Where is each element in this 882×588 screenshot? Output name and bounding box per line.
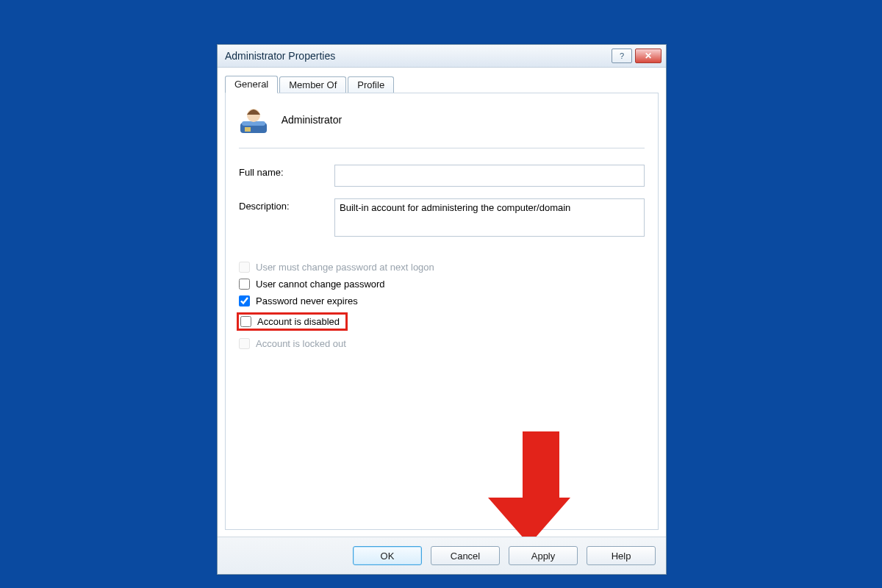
tab-panel-general: Administrator Full name: Description: Us… bbox=[225, 93, 659, 530]
full-name-input[interactable] bbox=[334, 165, 645, 187]
svg-rect-3 bbox=[245, 127, 251, 132]
window-title: Administrator Properties bbox=[225, 50, 609, 62]
check-must-change: User must change password at next logon bbox=[239, 262, 645, 273]
check-must-change-box bbox=[239, 262, 250, 273]
titlebar[interactable]: Administrator Properties ? ✕ bbox=[218, 45, 666, 68]
check-cannot-change[interactable]: User cannot change password bbox=[239, 279, 645, 290]
user-icon bbox=[239, 105, 268, 135]
ok-button[interactable]: OK bbox=[353, 546, 422, 565]
close-button[interactable]: ✕ bbox=[635, 49, 662, 63]
cancel-button[interactable]: Cancel bbox=[431, 546, 500, 565]
check-must-change-label: User must change password at next logon bbox=[256, 262, 434, 273]
check-cannot-change-box[interactable] bbox=[239, 279, 250, 290]
check-locked-out: Account is locked out bbox=[239, 338, 645, 349]
help-button-footer[interactable]: Help bbox=[587, 546, 656, 565]
apply-button[interactable]: Apply bbox=[509, 546, 578, 565]
help-button[interactable]: ? bbox=[612, 49, 632, 63]
check-locked-out-label: Account is locked out bbox=[256, 338, 346, 349]
account-name: Administrator bbox=[282, 114, 342, 126]
question-icon: ? bbox=[620, 51, 624, 60]
check-never-expires[interactable]: Password never expires bbox=[239, 295, 645, 306]
close-icon: ✕ bbox=[645, 51, 652, 61]
arrow-down-icon bbox=[511, 431, 570, 545]
row-description: Description: bbox=[239, 198, 645, 237]
check-account-disabled[interactable]: Account is disabled bbox=[240, 316, 340, 327]
tab-profile[interactable]: Profile bbox=[348, 76, 394, 93]
divider bbox=[239, 148, 645, 148]
check-account-disabled-box[interactable] bbox=[240, 316, 251, 327]
full-name-label: Full name: bbox=[239, 165, 334, 178]
account-disabled-highlight: Account is disabled bbox=[237, 312, 348, 331]
description-label: Description: bbox=[239, 198, 334, 212]
tab-general[interactable]: General bbox=[225, 76, 278, 93]
tab-member-of[interactable]: Member Of bbox=[279, 76, 346, 93]
description-input[interactable] bbox=[334, 198, 645, 237]
tabstrip: General Member Of Profile bbox=[218, 68, 666, 93]
check-locked-out-box bbox=[239, 338, 250, 349]
row-full-name: Full name: bbox=[239, 165, 645, 187]
check-cannot-change-label: User cannot change password bbox=[256, 279, 385, 290]
button-bar: OK Cancel Apply Help bbox=[218, 537, 666, 574]
check-account-disabled-label: Account is disabled bbox=[257, 316, 340, 327]
check-never-expires-label: Password never expires bbox=[256, 295, 358, 306]
check-never-expires-box[interactable] bbox=[239, 295, 250, 306]
properties-dialog: Administrator Properties ? ✕ General Mem… bbox=[217, 44, 667, 575]
